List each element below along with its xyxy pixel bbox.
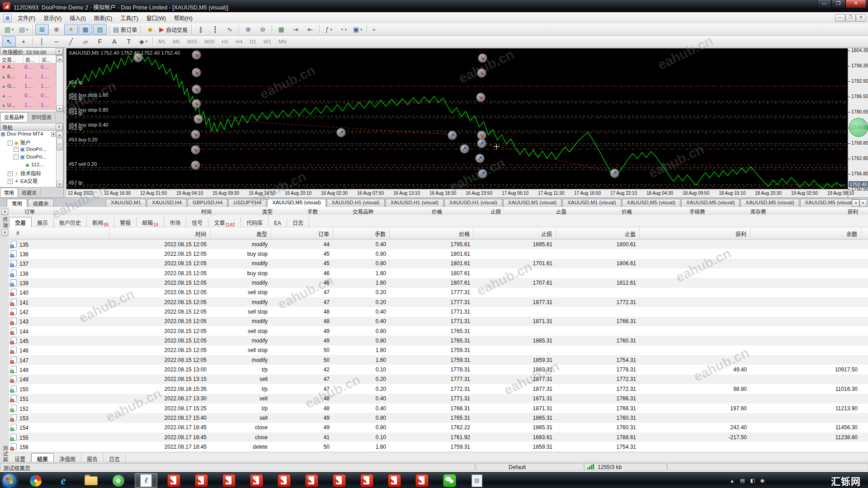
tray-icon[interactable]: ▲: [730, 478, 735, 483]
menu-显示(V)[interactable]: 显示(V): [39, 12, 66, 23]
close-button[interactable]: ✕: [845, 0, 866, 8]
mt4-instance[interactable]: ✎: [328, 473, 350, 488]
mt4-instance[interactable]: ✎: [217, 473, 240, 488]
metaeditor-button[interactable]: ◆: [143, 24, 157, 35]
market-watch-tab-即时图表[interactable]: 即时图表: [28, 113, 56, 122]
table-row[interactable]: 1372022.08.15 12:05modify450.801801.6117…: [9, 259, 868, 268]
period-W1[interactable]: W1: [260, 38, 274, 46]
pinwheel-app[interactable]: [24, 473, 47, 488]
table-row[interactable]: 1482022.08.15 13:00t/p420.101778.311883.…: [9, 365, 868, 374]
terminal-tab-EA[interactable]: EA: [269, 219, 287, 228]
tray-icon[interactable]: ◉: [760, 478, 765, 483]
expand-icon[interactable]: +: [14, 147, 19, 152]
period-M5[interactable]: M5: [170, 38, 183, 46]
period-M15[interactable]: M15: [184, 38, 200, 46]
mt4-instance[interactable]: ✎: [355, 473, 378, 488]
navigator-tab-收藏夹[interactable]: 收藏夹: [28, 199, 54, 208]
child-close-button[interactable]: ✕: [856, 14, 866, 22]
shapes-tool[interactable]: ◈▾: [137, 36, 150, 47]
column-header-手数[interactable]: 手数: [333, 227, 390, 239]
table-row[interactable]: 1552022.08.17 18:45close410.101761.92168…: [9, 432, 868, 442]
green-e-app[interactable]: e: [107, 473, 130, 488]
period-M1[interactable]: M1: [155, 38, 169, 46]
file-explorer[interactable]: [80, 473, 102, 488]
mt4-instance[interactable]: ✎: [245, 473, 268, 488]
navigator-item-账户[interactable]: -◉账户: [0, 139, 56, 146]
table-row[interactable]: 1382022.08.15 12:05buy stop461.601807.61: [9, 268, 868, 278]
navigator-dropdown-icon[interactable]: ▾: [51, 132, 56, 137]
toolbar-overflow[interactable]: »: [369, 25, 378, 33]
navigator-toggle[interactable]: ✦: [64, 24, 78, 35]
terminal-tab-交易[interactable]: 交易: [9, 217, 32, 228]
terminal-tab-信号[interactable]: 信号: [186, 217, 208, 228]
chart-tab[interactable]: GBPUSD,H4: [188, 199, 227, 208]
new-chart-button[interactable]: ▥▾: [2, 24, 16, 35]
terminal-close-icon[interactable]: ✕: [1, 209, 8, 215]
period-M30[interactable]: M30: [201, 38, 217, 46]
candlestick-button[interactable]: ┇: [208, 24, 222, 35]
market-watch-scrollbar[interactable]: ▲▼: [56, 55, 63, 112]
table-row[interactable]: 1392022.08.15 12:05modify461.601807.6117…: [9, 278, 868, 287]
notes-app[interactable]: ▤: [466, 473, 488, 488]
table-row[interactable]: 1542022.08.17 18:45close490.801762.22186…: [9, 423, 868, 432]
table-row[interactable]: 1462022.08.15 12:05sell stop501.601759.3…: [9, 346, 868, 355]
menu-图表(C)[interactable]: 图表(C): [90, 12, 117, 23]
chart-shift-button[interactable]: ⇤: [303, 24, 317, 35]
horizontal-line-tool[interactable]: ─: [50, 36, 63, 47]
child-minimize-button[interactable]: —: [835, 14, 845, 22]
table-row[interactable]: 1352022.08.15 12:05modify440.401795.6116…: [9, 239, 868, 249]
table-row[interactable]: 1402022.08.15 12:05sell stop470.201777.3…: [9, 288, 868, 297]
terminal-tab-日志[interactable]: 日志: [287, 217, 309, 228]
text-tool[interactable]: A: [108, 36, 121, 47]
ie-browser[interactable]: e: [52, 473, 75, 488]
market-watch-toggle[interactable]: ⊞: [35, 24, 49, 35]
market-watch-close-icon[interactable]: ✕: [56, 48, 62, 55]
tray-icon[interactable]: ▤: [740, 478, 745, 483]
collapse-icon[interactable]: -: [14, 155, 19, 160]
menu-帮助(H)[interactable]: 帮助(H): [170, 12, 197, 23]
line-chart-button[interactable]: ∿: [223, 24, 236, 35]
table-row[interactable]: 1442022.08.15 12:05sell stop490.801765.3…: [9, 326, 868, 336]
table-row[interactable]: 1502022.08.16 15:35t/p470.201772.311877.…: [9, 384, 868, 394]
bar-chart-button[interactable]: ∥: [194, 24, 208, 35]
chart-tab[interactable]: USDJPY,H4: [228, 199, 266, 208]
market-watch-row[interactable]: ▲...0....0....: [0, 91, 56, 101]
navigator-close-icon[interactable]: ✕: [56, 124, 62, 130]
navigator-scrollbar[interactable]: ▲≡▼: [56, 131, 63, 188]
terminal-tab-展示[interactable]: 展示: [32, 217, 54, 228]
table-row[interactable]: 1422022.08.15 12:05sell stop480.401771.3…: [9, 307, 868, 316]
column-header-订单[interactable]: 订单: [271, 227, 333, 239]
cursor-tool[interactable]: ↖: [2, 36, 16, 47]
table-row[interactable]: 1512022.08.17 13:30sell480.401771.311871…: [9, 394, 868, 404]
column-header-价格[interactable]: 价格: [390, 227, 474, 239]
label-tool[interactable]: T: [122, 36, 136, 47]
terminal-tab-警报[interactable]: 警报: [114, 217, 137, 228]
mt4-instance[interactable]: ✎: [162, 473, 185, 488]
templates-button[interactable]: ▣▾: [351, 24, 364, 35]
market-watch-row[interactable]: ▼A...0....0....: [0, 63, 56, 73]
terminal-toggle[interactable]: ▦: [79, 24, 92, 35]
tester-close-icon[interactable]: ✕: [1, 230, 8, 236]
chart-tab[interactable]: XAUUSD,M5 (visual): [800, 199, 859, 208]
script-app[interactable]: ℓ: [135, 473, 157, 488]
table-row[interactable]: 1562022.08.17 18:45delete501.601759.3118…: [9, 442, 868, 451]
navigator-item-112...[interactable]: ☻112...: [0, 162, 56, 169]
column-header-止损[interactable]: 止损: [474, 227, 556, 239]
table-row[interactable]: 1472022.08.15 12:05modify501.601759.3118…: [9, 355, 868, 365]
trendline-tool[interactable]: ╱: [64, 36, 78, 47]
menu-文件(F)[interactable]: 文件(F): [14, 12, 39, 23]
wechat[interactable]: [438, 473, 461, 488]
navigator-item-DooPri...[interactable]: -▣DooPri...: [0, 154, 56, 162]
expand-icon[interactable]: +: [8, 171, 13, 176]
status-profile[interactable]: Default: [476, 463, 583, 471]
menu-插入(I)[interactable]: 插入(I): [66, 12, 90, 23]
crosshair-tool[interactable]: +: [17, 36, 30, 47]
navigator-item-EA交易[interactable]: +✦EA交易: [0, 177, 56, 185]
terminal-tab-账户历史[interactable]: 账户历史: [54, 217, 87, 228]
market-watch-tab-交易品种[interactable]: 交易品种: [0, 112, 28, 122]
table-row[interactable]: 1362022.08.15 12:05buy stop450.801801.61: [9, 249, 868, 258]
chart-area[interactable]: XAUUSD,M5 1752.40 1752.40 1752.40 1752.4…: [66, 48, 848, 189]
tile-windows-button[interactable]: ▦: [274, 24, 288, 35]
column-header-获利[interactable]: 获利: [640, 227, 750, 239]
chart-tab[interactable]: XAUUSD,M5 (visual): [681, 199, 740, 208]
